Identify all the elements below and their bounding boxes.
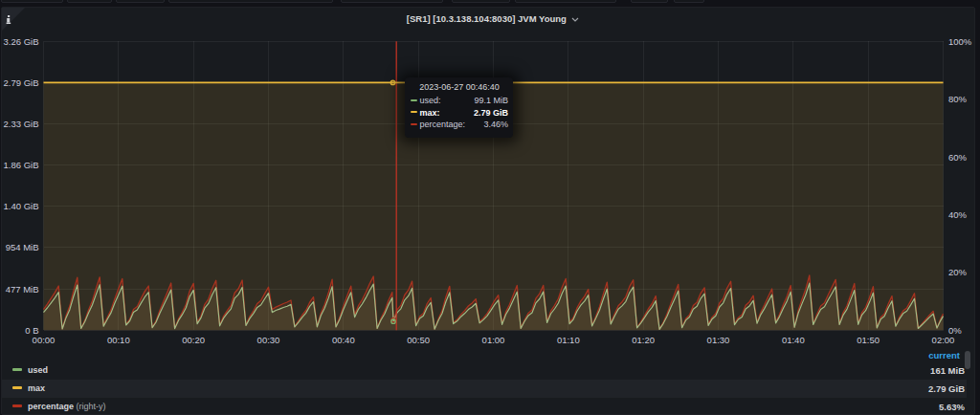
svg-text:00:20: 00:20 <box>182 335 205 345</box>
svg-text:00:50: 00:50 <box>407 335 430 345</box>
svg-text:01:30: 01:30 <box>707 335 730 345</box>
svg-text:00:30: 00:30 <box>257 335 280 345</box>
svg-text:01:10: 01:10 <box>557 335 580 345</box>
svg-text:477 MiB: 477 MiB <box>6 284 39 295</box>
svg-text:02:00: 02:00 <box>932 335 955 345</box>
svg-text:80%: 80% <box>948 94 968 104</box>
svg-text:100%: 100% <box>948 36 972 47</box>
svg-text:1.40 GiB: 1.40 GiB <box>4 201 39 211</box>
svg-text:2.79 GiB: 2.79 GiB <box>4 77 39 88</box>
svg-text:60%: 60% <box>948 152 968 163</box>
svg-text:01:00: 01:00 <box>482 335 505 345</box>
svg-text:20%: 20% <box>948 267 968 277</box>
svg-text:954 MiB: 954 MiB <box>6 242 39 252</box>
svg-text:2.33 GiB: 2.33 GiB <box>4 119 39 129</box>
svg-text:01:50: 01:50 <box>857 335 880 345</box>
svg-text:01:20: 01:20 <box>632 335 655 345</box>
svg-text:1.86 GiB: 1.86 GiB <box>4 160 39 170</box>
svg-text:00:40: 00:40 <box>332 335 355 345</box>
svg-text:00:00: 00:00 <box>33 335 56 345</box>
svg-text:00:10: 00:10 <box>107 335 130 345</box>
svg-text:3.26 GiB: 3.26 GiB <box>4 36 39 47</box>
svg-text:40%: 40% <box>948 209 968 220</box>
svg-text:01:40: 01:40 <box>782 335 805 345</box>
